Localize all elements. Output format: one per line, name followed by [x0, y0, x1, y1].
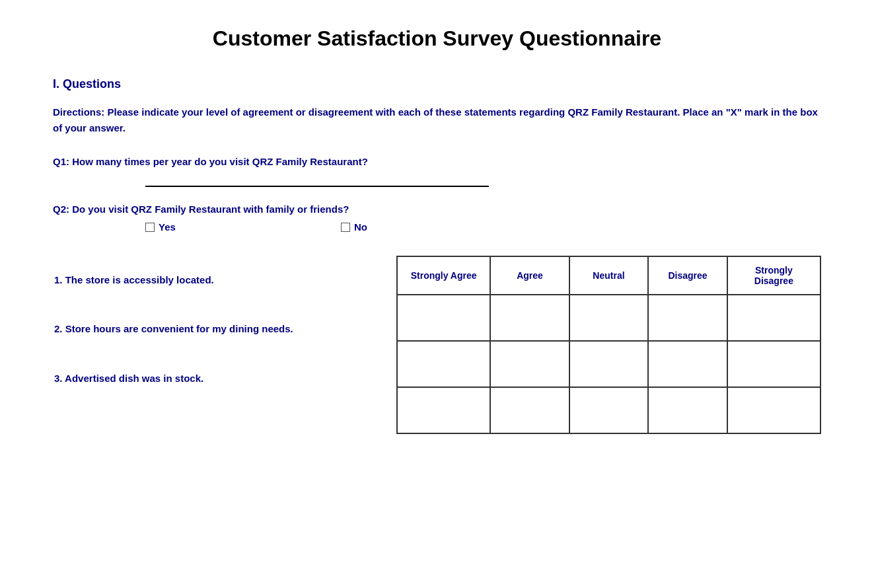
header-strongly-disagree: Strongly Disagree [727, 256, 820, 295]
page-title: Customer Satisfaction Survey Questionnai… [53, 26, 821, 51]
header-strongly-agree: Strongly Agree [397, 256, 490, 295]
q2-yes-label: Yes [159, 221, 176, 233]
questions-column: 1. The store is accessibly located. 2. S… [53, 256, 396, 403]
table-row: 3. Advertised dish was in stock. [54, 355, 382, 402]
q2-no-checkbox[interactable] [341, 223, 350, 232]
table-row [397, 295, 820, 341]
cell-q2-strongly-agree[interactable] [397, 341, 490, 387]
q2-no-option[interactable]: No [341, 221, 367, 233]
cell-q3-neutral[interactable] [569, 387, 649, 433]
section-heading: I. Questions [53, 77, 821, 91]
rating-table-column: Strongly Agree Agree Neutral Disagree St… [396, 256, 821, 434]
q1-answer-line[interactable] [145, 174, 489, 187]
cell-q3-disagree[interactable] [648, 387, 727, 433]
q1-label: Q1: How many times per year do you visit… [53, 156, 821, 167]
q2-options: Yes No [145, 221, 821, 233]
cell-q1-agree[interactable] [490, 295, 569, 341]
survey-question-2: 2. Store hours are convenient for my din… [54, 305, 382, 354]
q2-yes-option[interactable]: Yes [145, 221, 176, 233]
cell-q1-neutral[interactable] [569, 295, 649, 341]
header-disagree: Disagree [648, 256, 727, 295]
cell-q2-disagree[interactable] [648, 341, 727, 387]
table-row: 2. Store hours are convenient for my din… [54, 305, 382, 354]
q2-no-label: No [354, 221, 367, 233]
table-header-row: Strongly Agree Agree Neutral Disagree St… [397, 256, 820, 295]
table-row: 1. The store is accessibly located. [54, 257, 382, 303]
survey-question-3: 3. Advertised dish was in stock. [54, 355, 382, 402]
cell-q3-agree[interactable] [490, 387, 569, 433]
cell-q2-neutral[interactable] [569, 341, 649, 387]
cell-q2-strongly-disagree[interactable] [727, 341, 820, 387]
q2-label: Q2: Do you visit QRZ Family Restaurant w… [53, 203, 821, 215]
cell-q3-strongly-agree[interactable] [397, 387, 490, 433]
survey-question-1: 1. The store is accessibly located. [54, 257, 382, 303]
cell-q1-strongly-disagree[interactable] [727, 295, 820, 341]
cell-q3-strongly-disagree[interactable] [727, 387, 820, 433]
cell-q2-agree[interactable] [490, 341, 569, 387]
header-neutral: Neutral [569, 256, 649, 295]
survey-layout: 1. The store is accessibly located. 2. S… [53, 256, 821, 434]
directions-text: Directions: Please indicate your level o… [53, 104, 821, 136]
cell-q1-disagree[interactable] [648, 295, 727, 341]
rating-table: Strongly Agree Agree Neutral Disagree St… [396, 256, 821, 434]
cell-q1-strongly-agree[interactable] [397, 295, 490, 341]
header-agree: Agree [490, 256, 569, 295]
table-row [397, 341, 820, 387]
questions-list: 1. The store is accessibly located. 2. S… [53, 256, 383, 403]
table-row [397, 387, 820, 433]
q2-yes-checkbox[interactable] [145, 223, 155, 232]
